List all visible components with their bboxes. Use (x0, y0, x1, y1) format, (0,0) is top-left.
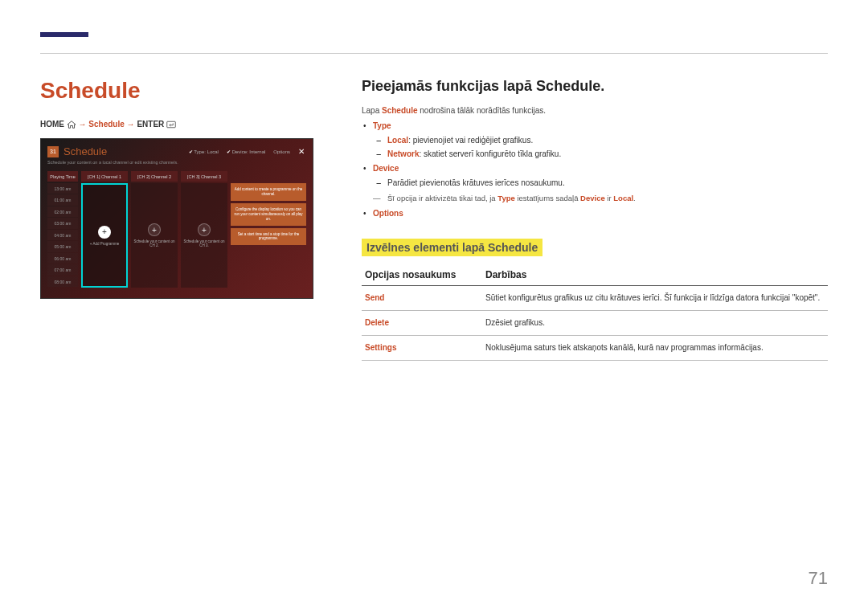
channel-3: [CH 3] Channel 3 + Schedule your content… (181, 171, 227, 288)
svg-rect-0 (167, 122, 176, 129)
channel-2: [CH 2] Channel 2 + Schedule your content… (131, 171, 178, 288)
ss-device: ✔ Device: Internal (227, 149, 265, 154)
home-icon (67, 121, 76, 129)
subsection-title: Izvēlnes elementi lapā Schedule (362, 239, 542, 256)
close-icon: ✕ (298, 147, 305, 156)
feature-list-2: Options (362, 207, 828, 219)
plus-icon: + (98, 226, 111, 239)
feature-device: Device Parādiet pievienotās krātuves ier… (373, 162, 828, 189)
side-hints: Add content to create a programme on the… (231, 171, 306, 288)
page-title: Schedule (40, 78, 321, 104)
col-actions: Darbības (482, 264, 828, 286)
breadcrumb-arrow-2: → (127, 120, 137, 129)
header-accent-bar (40, 32, 88, 37)
breadcrumb-schedule: Schedule (88, 120, 124, 129)
time-header: Playing Time (47, 171, 78, 182)
left-column: Schedule HOME → Schedule → ENTER 31 Sche… (40, 78, 321, 361)
feature-type-network: Network: skatiet serverī konfigurēto tīk… (387, 148, 828, 160)
breadcrumb-enter: ENTER (137, 120, 164, 129)
screenshot-title: Schedule (63, 145, 107, 157)
feature-options: Options (373, 207, 828, 219)
feature-device-text: Parādiet pievienotās krātuves ierīces no… (387, 177, 828, 189)
breadcrumb-home: HOME (40, 120, 64, 129)
screenshot-subtitle: Schedule your content on a local channel… (47, 160, 306, 165)
col-option-name: Opcijas nosaukums (362, 264, 482, 286)
plus-icon: + (198, 223, 211, 236)
check-icon: ✔ (227, 149, 231, 154)
ss-type: ✔ Type: Local (189, 149, 219, 154)
feature-list: Type Local: pievienojiet vai rediģējiet … (362, 120, 828, 189)
ss-options: Options (273, 149, 290, 154)
time-column: Playing Time 13:00 am 01:00 am 02:00 am … (47, 171, 78, 288)
header-divider (40, 53, 828, 54)
table-row: Settings Noklusējuma saturs tiek atskaņo… (362, 336, 828, 361)
feature-type: Type Local: pievienojiet vai rediģējiet … (373, 120, 828, 160)
options-table: Opcijas nosaukums Darbības Send Sūtiet k… (362, 264, 828, 361)
feature-type-local: Local: pievienojiet vai rediģējiet grafi… (387, 134, 828, 146)
breadcrumb-arrow-1: → (79, 120, 89, 129)
table-row: Delete Dzēsiet grafikus. (362, 311, 828, 336)
schedule-screenshot: 31 Schedule ✔ Type: Local ✔ Device: Inte… (40, 138, 313, 299)
channel-1: [CH 1] Channel 1 + + Add Programme (81, 171, 128, 288)
enter-icon (166, 121, 176, 129)
section-title: Pieejamās funkcijas lapā Schedule. (362, 78, 828, 95)
device-note: Šī opcija ir aktivizēta tikai tad, ja Ty… (362, 194, 828, 202)
breadcrumb: HOME → Schedule → ENTER (40, 120, 321, 129)
right-column: Pieejamās funkcijas lapā Schedule. Lapa … (362, 78, 828, 361)
page-number: 71 (809, 568, 828, 589)
plus-icon: + (148, 223, 161, 236)
check-icon: ✔ (189, 149, 193, 154)
calendar-icon: 31 (47, 146, 59, 157)
table-row: Send Sūtiet konfigurētus grafikus uz cit… (362, 286, 828, 311)
intro-text: Lapa Schedule nodrošina tālāk norādītās … (362, 104, 828, 116)
